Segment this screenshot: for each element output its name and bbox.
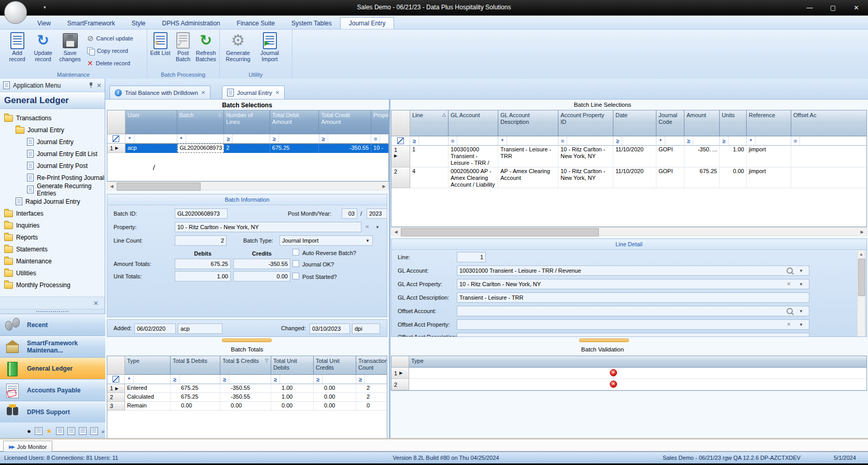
unit-debit-field[interactable]: 1.00 [175, 271, 231, 281]
offset-acct-property-field[interactable] [457, 319, 809, 330]
cell-unit-credits[interactable]: 0.00 [314, 393, 356, 402]
filter-type[interactable]: * [125, 375, 171, 384]
gl-acct-property-clear-icon[interactable]: ✕ [787, 281, 791, 287]
row-number[interactable]: 1▶ [391, 146, 410, 167]
line-count-field[interactable]: 2 [175, 235, 227, 246]
scroll-left-icon[interactable]: ◀ [107, 182, 116, 191]
filter-date[interactable]: ≥ [613, 136, 656, 146]
column-header-total-unit-credits[interactable]: Total Unit Credits [314, 356, 356, 375]
edit-list-button[interactable]: ✎ Edit List [149, 32, 172, 56]
filter-total-credit[interactable]: ≥ [319, 134, 372, 144]
gl-account-search-icon[interactable] [787, 267, 793, 274]
tree-close-icon[interactable]: ✕ [93, 300, 99, 307]
row-number[interactable]: 1▶ [391, 368, 409, 379]
scrollbar-thumb[interactable] [117, 182, 201, 191]
sidebar-item-generate-recurring-entries[interactable]: Generate Recurring Entries [0, 184, 105, 195]
panel-close-icon[interactable]: ✕ [96, 82, 102, 89]
gl-acct-property-dropdown-icon[interactable]: ▼ [799, 282, 803, 287]
pin-icon[interactable] [89, 82, 93, 88]
cell-transaction-count[interactable]: 2 [356, 384, 387, 393]
settings-doc-icon[interactable] [90, 427, 98, 435]
cell-total-credits[interactable]: 0.00 [220, 402, 271, 411]
cell-lines[interactable]: 2 [224, 144, 270, 153]
post-batch-button[interactable]: ✓ Post Batch [172, 32, 194, 63]
sidebar-item-transactions[interactable]: Transactions [0, 112, 105, 124]
offset-account-field[interactable] [457, 306, 809, 316]
tab-journal-entry[interactable]: Journal Entry ✕ [222, 86, 285, 99]
amount-credit-field[interactable]: -350.55 [233, 259, 290, 269]
sidebar-item-reports[interactable]: Reports [0, 231, 105, 243]
clear-property-icon[interactable]: ✕ [365, 224, 369, 230]
column-header-date[interactable]: Date [613, 110, 656, 136]
cell-journal-code[interactable]: GOPI [656, 167, 684, 188]
column-header-offset-account[interactable]: Offset Ac [791, 110, 866, 136]
cell-gl-account[interactable]: 000205000 AP - Amex Clearing Account / L… [449, 167, 498, 188]
sidebar-item-statements[interactable]: Statements [0, 243, 105, 255]
row-number[interactable]: 1▶ [107, 144, 125, 153]
restore-button[interactable]: ▢ [821, 0, 845, 16]
line-selections-hscrollbar[interactable]: ◀ ▶ [391, 227, 867, 236]
auto-reverse-checkbox[interactable] [292, 249, 299, 256]
gl-acct-description-field[interactable]: Transient - Leisure - TRR [457, 292, 809, 303]
overflow-chevron-icon[interactable]: » [102, 428, 105, 434]
nav-button-dphs-support[interactable]: DPHS Support [0, 401, 105, 422]
sidebar-item-journal-entry-folder[interactable]: Journal Entry [0, 124, 105, 136]
column-header-total-unit-debits[interactable]: Total Unit Debits [271, 356, 314, 375]
tab-close-icon[interactable]: ✕ [201, 90, 205, 95]
gl-account-dropdown-icon[interactable]: ▼ [799, 269, 803, 273]
cell-total-credits[interactable]: -350.55 [220, 384, 271, 393]
unit-credit-field[interactable]: 0.00 [233, 271, 290, 281]
column-header-user[interactable]: User [125, 110, 177, 134]
cell-total-debits[interactable]: 675.25 [171, 384, 220, 393]
sidebar-item-utilities[interactable]: Utilities [0, 267, 105, 279]
update-record-button[interactable]: ↻ Update record [30, 32, 56, 63]
filter-transaction-count[interactable]: ≥ [356, 375, 387, 384]
column-header-total-credits[interactable]: Total $ Credits▽ [220, 356, 271, 375]
row-number[interactable]: 2 [391, 379, 409, 390]
scrollbar-thumb[interactable] [401, 228, 599, 236]
cell-property[interactable]: 10 - [371, 144, 388, 153]
job-monitor-tab[interactable]: ▶▶ Job Monitor [3, 441, 52, 452]
column-header-reference[interactable]: Reference [747, 110, 791, 136]
sidebar-item-interfaces[interactable]: Interfaces [0, 207, 105, 219]
sidebar-item-journal-entry[interactable]: Journal Entry [0, 136, 105, 148]
cell-unit-credits[interactable]: 0.00 [314, 384, 356, 393]
filter-row-selector[interactable] [107, 134, 125, 144]
cell-units[interactable]: 1.00 [720, 146, 747, 167]
sidebar-item-journal-entry-post[interactable]: Journal Entry Post [0, 160, 105, 172]
filter-account-property-id[interactable]: = [558, 136, 613, 146]
cell-offset-account[interactable] [791, 167, 866, 188]
cart-tool-icon[interactable] [67, 427, 75, 435]
cell-type[interactable]: Remain [125, 402, 171, 411]
sidebar-item-maintenance[interactable]: Maintenance [0, 255, 105, 267]
scroll-right-icon[interactable]: ▶ [380, 182, 388, 191]
cell-amount[interactable]: -350. ... [684, 146, 720, 167]
horizontal-splitter-grip[interactable] [222, 339, 272, 342]
row-number[interactable]: 1▶ [107, 384, 125, 393]
filter-user[interactable]: * [125, 134, 177, 144]
cell-unit-debits[interactable]: 1.00 [271, 393, 314, 402]
cell-line[interactable]: 4 [410, 167, 449, 188]
sidebar-item-journal-entry-edit-list[interactable]: Journal Entry Edit List [0, 148, 105, 160]
cell-date[interactable]: 11/10/2020 [613, 146, 656, 167]
generate-recurring-button[interactable]: ⚙ Generate Recurring [223, 32, 253, 63]
cell-transaction-count[interactable]: 0 [356, 402, 387, 411]
column-header-property[interactable]: Prope [371, 110, 388, 134]
batch-id-field[interactable]: GL20200608973 [175, 208, 228, 219]
cell-validation-type[interactable]: ✕ [409, 379, 866, 390]
post-started-checkbox[interactable] [292, 273, 299, 279]
offset-acct-property-dropdown-icon[interactable]: ▼ [799, 322, 803, 327]
app-logo[interactable] [4, 1, 27, 24]
offset-account-search-icon[interactable] [787, 308, 793, 314]
offset-account-dropdown-icon[interactable]: ▼ [799, 309, 803, 314]
column-header-transaction-count[interactable]: Transaction Count [356, 356, 387, 375]
add-record-button[interactable]: Add record [4, 32, 30, 63]
cell-units[interactable]: 0.00 [720, 167, 747, 188]
filter-batch[interactable]: * [177, 134, 225, 144]
ribbon-tab-system-tables[interactable]: System Tables [283, 18, 340, 29]
amount-debit-field[interactable]: 675.25 [175, 259, 231, 269]
filter-total-credits[interactable]: ≥ [220, 375, 271, 384]
ribbon-tab-journal-entry[interactable]: Journal Entry [340, 17, 395, 29]
column-header-type[interactable]: Type [125, 356, 171, 375]
nav-button-general-ledger[interactable]: General Ledger [0, 357, 105, 379]
